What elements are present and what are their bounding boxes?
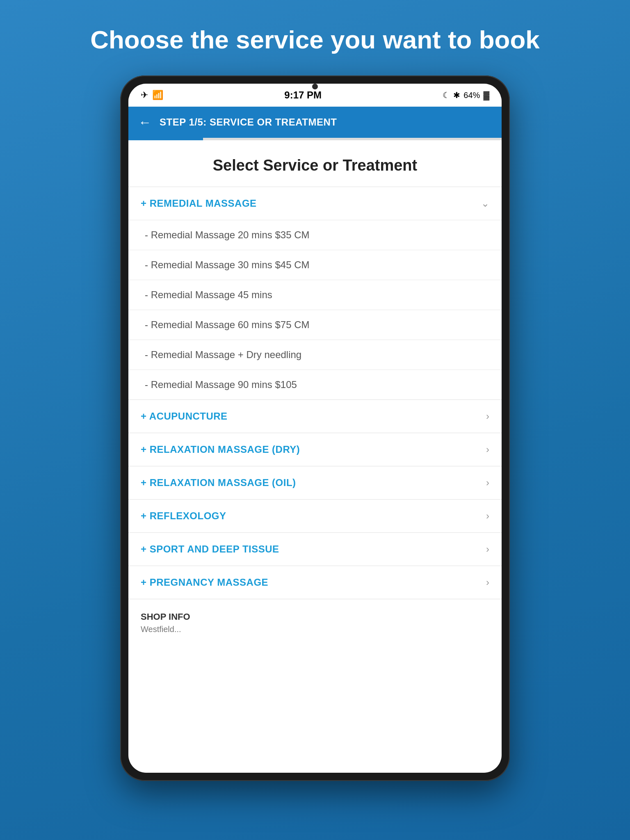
sub-item-text: - Remedial Massage 60 mins $75 CM [145,319,310,331]
status-right-icons: ☾ ✱ 64% ▓ [443,90,489,100]
category-reflexology[interactable]: + REFLEXOLOGY › [128,499,502,532]
chevron-right-icon: › [486,411,489,422]
chevron-right-icon: › [486,577,489,588]
bluetooth-icon: ✱ [453,90,460,100]
list-item[interactable]: - Remedial Massage 20 mins $35 CM [128,220,502,250]
category-relaxation-dry[interactable]: + RELAXATION MASSAGE (DRY) › [128,433,502,466]
camera-notch [312,84,318,89]
category-remedial-massage-label: + REMEDIAL MASSAGE [141,198,257,209]
shop-info-value: Westfield... [141,625,489,634]
back-button[interactable]: ← [138,115,151,130]
category-pregnancy-massage[interactable]: + PREGNANCY MASSAGE › [128,566,502,599]
category-relaxation-dry-label: + RELAXATION MASSAGE (DRY) [141,444,300,455]
status-time: 9:17 PM [284,89,322,101]
category-reflexology-label: + REFLEXOLOGY [141,510,226,522]
nav-step-label: STEP 1/5: SERVICE OR TREATMENT [160,116,337,128]
category-pregnancy-massage-label: + PREGNANCY MASSAGE [141,577,268,588]
list-item[interactable]: - Remedial Massage 30 mins $45 CM [128,250,502,280]
category-relaxation-oil-label: + RELAXATION MASSAGE (OIL) [141,477,296,488]
page-title: Choose the service you want to book [57,0,573,75]
sub-item-text: - Remedial Massage + Dry needling [145,349,301,361]
moon-icon: ☾ [443,90,450,100]
phone-frame: ✈ 📶 9:17 PM ☾ ✱ 64% ▓ ← STEP 1/5: SERVIC… [120,75,510,781]
airplane-icon: ✈ [141,90,148,100]
sub-item-text: - Remedial Massage 20 mins $35 CM [145,229,310,241]
chevron-right-icon: › [486,543,489,555]
footer-area: SHOP INFO Westfield... [128,599,502,638]
battery-icon: ▓ [483,91,489,100]
chevron-right-icon: › [486,444,489,455]
content-area: Select Service or Treatment + REMEDIAL M… [128,140,502,773]
category-acupuncture-label: + ACUPUNCTURE [141,411,228,422]
nav-bar: ← STEP 1/5: SERVICE OR TREATMENT [128,107,502,138]
wifi-icon: 📶 [152,90,163,100]
chevron-right-icon: › [486,510,489,522]
list-item[interactable]: - Remedial Massage 60 mins $75 CM [128,310,502,340]
sub-item-text: - Remedial Massage 45 mins [145,289,272,301]
list-item[interactable]: - Remedial Massage 45 mins [128,280,502,310]
phone-screen: ✈ 📶 9:17 PM ☾ ✱ 64% ▓ ← STEP 1/5: SERVIC… [128,84,502,773]
sub-item-text: - Remedial Massage 90 mins $105 [145,379,297,390]
section-title: Select Service or Treatment [128,140,502,187]
chevron-down-icon: ⌄ [481,198,489,209]
list-item[interactable]: - Remedial Massage + Dry needling [128,340,502,370]
battery-percent: 64% [463,91,480,100]
category-sport-deep-tissue-label: + SPORT AND DEEP TISSUE [141,543,279,555]
category-acupuncture[interactable]: + ACUPUNCTURE › [128,399,502,433]
list-item[interactable]: - Remedial Massage 90 mins $105 [128,370,502,399]
status-left-icons: ✈ 📶 [141,90,163,100]
shop-info-label: SHOP INFO [141,612,489,622]
category-remedial-massage[interactable]: + REMEDIAL MASSAGE ⌄ [128,187,502,220]
sub-item-text: - Remedial Massage 30 mins $45 CM [145,259,310,271]
category-sport-deep-tissue[interactable]: + SPORT AND DEEP TISSUE › [128,532,502,566]
chevron-right-icon: › [486,477,489,488]
category-relaxation-oil[interactable]: + RELAXATION MASSAGE (OIL) › [128,466,502,499]
